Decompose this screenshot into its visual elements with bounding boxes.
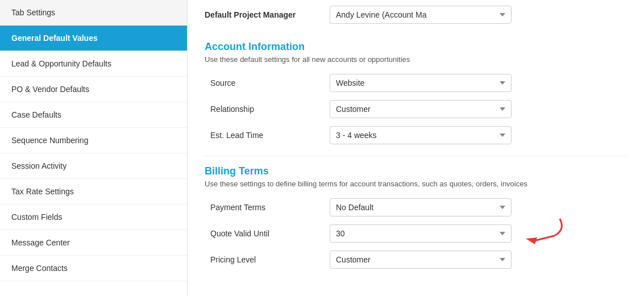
field-label: Quote Valid Until xyxy=(205,229,330,238)
sidebar-item-session-activity[interactable]: Session Activity xyxy=(0,153,187,179)
sidebar: Tab SettingsGeneral Default ValuesLead &… xyxy=(0,0,188,296)
sidebar-item-case-defaults[interactable]: Case Defaults xyxy=(0,102,187,128)
sidebar-item-general-default-values[interactable]: General Default Values xyxy=(0,26,187,51)
account-information-section: Account Information Use these default se… xyxy=(205,41,627,144)
sidebar-item-custom-fields[interactable]: Custom Fields xyxy=(0,205,187,230)
field-label: Est. Lead Time xyxy=(205,131,330,140)
field-label: Relationship xyxy=(205,105,330,114)
sidebar-item-sequence-numbering[interactable]: Sequence Numbering xyxy=(0,128,187,153)
sidebar-item-merge-contacts[interactable]: Merge Contacts xyxy=(0,256,187,281)
form-row: SourceWebsitePhoneEmailOther xyxy=(205,74,627,92)
relationship-select[interactable]: CustomerPartnerVendor xyxy=(330,100,512,118)
form-row: Pricing LevelCustomerStandardPremium xyxy=(205,251,627,269)
account-information-heading: Account Information xyxy=(205,41,627,53)
form-row: Payment TermsNo DefaultNet 30Net 60 xyxy=(205,198,627,216)
account-information-description: Use these default settings for all new a… xyxy=(205,55,627,64)
sidebar-item-lead-opportunity-defaults[interactable]: Lead & Opportunity Defaults xyxy=(0,51,187,77)
field-label: Payment Terms xyxy=(205,203,330,212)
source-select[interactable]: WebsitePhoneEmailOther xyxy=(330,74,512,92)
payment-terms-select[interactable]: No DefaultNet 30Net 60 xyxy=(330,198,512,216)
sidebar-item-message-center[interactable]: Message Center xyxy=(0,230,187,256)
top-field-row: Default Project Manager Andy Levine (Acc… xyxy=(205,6,627,31)
billing-terms-description: Use these settings to define billing ter… xyxy=(205,180,627,188)
billing-terms-section: Billing Terms Use these settings to defi… xyxy=(205,165,627,269)
pricing-level-select[interactable]: CustomerStandardPremium xyxy=(330,251,512,269)
form-row: RelationshipCustomerPartnerVendor xyxy=(205,100,627,118)
form-row: Est. Lead Time1 - 2 weeks3 - 4 weeks5 - … xyxy=(205,126,627,144)
sidebar-item-po-vendor-defaults[interactable]: PO & Vendor Defaults xyxy=(0,77,187,102)
sidebar-item-tab-settings[interactable]: Tab Settings xyxy=(0,0,187,26)
default-project-manager-select[interactable]: Andy Levine (Account Ma xyxy=(330,6,512,24)
top-field-label: Default Project Manager xyxy=(205,10,330,19)
sidebar-item-tax-rate-settings[interactable]: Tax Rate Settings xyxy=(0,179,187,205)
svg-marker-0 xyxy=(526,237,537,244)
field-label: Pricing Level xyxy=(205,255,330,264)
billing-terms-heading: Billing Terms xyxy=(205,165,627,177)
form-row: Quote Valid Until306090 xyxy=(205,224,627,243)
main-content: Default Project Manager Andy Levine (Acc… xyxy=(188,0,644,296)
quote-valid-until-select[interactable]: 306090 xyxy=(330,224,512,243)
est.-lead-time-select[interactable]: 1 - 2 weeks3 - 4 weeks5 - 6 weeks xyxy=(330,126,512,144)
field-label: Source xyxy=(205,78,330,87)
billing-fields: Payment TermsNo DefaultNet 30Net 60Quote… xyxy=(205,198,627,269)
account-fields: SourceWebsitePhoneEmailOtherRelationship… xyxy=(205,74,627,144)
arrow-annotation xyxy=(514,216,566,244)
section-divider xyxy=(205,156,627,156)
